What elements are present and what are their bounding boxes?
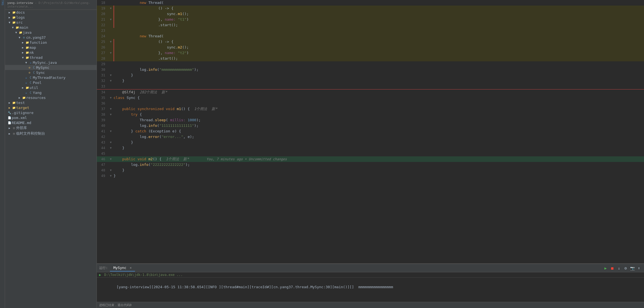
fold-arrow[interactable]: ▼: [110, 17, 112, 22]
run-button[interactable]: ▶: [603, 265, 608, 271]
editor[interactable]: 18 new Thread( 19 ▼ () -> { 20: [97, 0, 644, 263]
bottom-panel: 运行: MySync × ▶ ■ ↓ ⚙ 📷 ⬆ ▶ D:\Toolkit\jd…: [97, 263, 644, 308]
expand-button[interactable]: ⬆: [636, 265, 642, 271]
line-number: 27: [97, 50, 108, 56]
close-tab-button[interactable]: ×: [130, 266, 132, 270]
sidebar-item-mythreadfactory[interactable]: ☕ C MyThreadFactory: [5, 75, 97, 80]
code-line-41: 41 ▼ } catch (Exception e) {: [97, 128, 644, 134]
folder-icon: 📁: [25, 50, 30, 55]
file-icon: 📄: [7, 115, 12, 120]
tms-icon[interactable]: TMS: [1, 1, 4, 5]
sidebar-item-label: target: [16, 106, 97, 110]
settings-button[interactable]: ⚙: [623, 265, 628, 271]
panel-toolbar: ▶ ■ ↓ ⚙ 📷 ⬆: [603, 265, 642, 271]
sidebar-item-util[interactable]: ▶ 📁 util: [5, 85, 97, 90]
sidebar-item-pom[interactable]: 📄 pom.xml: [5, 115, 97, 120]
code-line-19: 19 ▼ () -> {: [97, 6, 644, 11]
sidebar-item-label: logs: [16, 15, 97, 20]
sidebar-item-temp-files[interactable]: ▶ ⊟ 临时文件和控制台: [5, 131, 97, 136]
sidebar-item-label: main: [19, 25, 97, 30]
sidebar-item-mysync-class[interactable]: ⊙ C MySync: [5, 65, 97, 70]
line-number: 46: [97, 156, 108, 162]
fold-arrow[interactable]: ▼: [110, 50, 112, 56]
line-number: 39: [97, 117, 108, 123]
sidebar-item-thread[interactable]: ▼ 📁 thread: [5, 55, 97, 60]
fold-arrow[interactable]: ▼: [110, 140, 112, 145]
line-content: @Slf4j 282个用法 新*: [114, 89, 644, 95]
sidebar-item-logs[interactable]: ▶ 📁 logs: [5, 15, 97, 20]
code-line-46: 46 ▼ public void m2() { 1个用法 新* You, 7 m…: [97, 156, 644, 162]
fold-arrow[interactable]: ▼: [110, 72, 112, 78]
status-bar: 进程已结束，退出代码0: [97, 302, 644, 308]
panel-tab-mysync[interactable]: MySync ×: [110, 265, 135, 271]
collapse-icon: ▶: [17, 95, 22, 100]
sidebar-item-nk[interactable]: ▶ 📁 nk: [5, 50, 97, 55]
sidebar-item-readme[interactable]: 📄 README.md: [5, 120, 97, 125]
line-content: }: [114, 173, 644, 179]
tab-name: MySync: [113, 266, 126, 270]
expand-icon: ▼: [21, 55, 25, 60]
collapse-icon: ▶: [7, 10, 12, 14]
sidebar-item-docs[interactable]: ▶ 📁 docs: [5, 10, 97, 15]
sidebar-item-cn-yang37[interactable]: ▼ ⊞ cn.yang37: [5, 35, 97, 40]
sidebar-item-main[interactable]: ▼ 📁 main: [5, 25, 97, 30]
line-number: 49: [97, 173, 108, 179]
fold-arrow[interactable]: ▼: [110, 128, 112, 134]
line-content: () -> {: [114, 39, 644, 45]
java-file-icon: ☕: [24, 90, 28, 95]
fold-arrow[interactable]: ▼: [110, 95, 112, 101]
sidebar-item-yang[interactable]: ☕ C Yang: [5, 90, 97, 95]
fold-arrow[interactable]: ▼: [110, 112, 112, 117]
fold-arrow[interactable]: ▼: [110, 78, 112, 84]
sidebar-item-function[interactable]: ▶ 📁 function: [5, 40, 97, 45]
line-content: new Thread(: [114, 0, 644, 6]
sidebar-item-label: function: [30, 40, 97, 45]
line-content: class Sync {: [114, 95, 644, 101]
java-file-icon: ☕: [24, 75, 28, 80]
line-number: 38: [97, 112, 108, 117]
line-content: .start();: [114, 22, 644, 28]
sidebar-item-map[interactable]: ▶ 📁 map: [5, 45, 97, 50]
line-number: 40: [97, 123, 108, 128]
sidebar-item-test[interactable]: ▶ 📁 test: [5, 100, 97, 105]
sidebar-item-mysync-java[interactable]: ▼ ☕ MySync.java: [5, 60, 97, 65]
down-arrow-button[interactable]: ↓: [616, 265, 622, 271]
panel-content[interactable]: [yang-interview][2024-05-15 11:38:58.654…: [97, 278, 644, 302]
java-file-icon: ☕: [28, 60, 33, 65]
screenshot-button[interactable]: 📷: [630, 265, 635, 271]
fold-arrow[interactable]: ▼: [110, 6, 112, 11]
fold-arrow[interactable]: ▼: [110, 156, 112, 162]
sidebar-item-resources[interactable]: ▶ 📁 resources: [5, 95, 97, 100]
code-line-29: 29: [97, 61, 644, 67]
file-icon: 📄: [7, 120, 12, 125]
fold-arrow[interactable]: ▼: [110, 106, 112, 112]
sidebar-item-target[interactable]: ▶ 📁 target: [5, 105, 97, 110]
file-icon: 🔧: [7, 110, 12, 115]
fold-arrow[interactable]: ▼: [110, 168, 112, 173]
fold-arrow[interactable]: ▼: [110, 39, 112, 45]
line-content: public synchronized void m1() { 1个用法 新*: [114, 106, 644, 112]
fold-arrow[interactable]: ▼: [110, 145, 112, 151]
sidebar-item-sync-class[interactable]: ⊙ C Sync: [5, 70, 97, 75]
expand-icon: ▼: [11, 25, 15, 30]
line-gutter: ▼: [108, 6, 114, 11]
stop-button[interactable]: ■: [609, 265, 615, 271]
line-number: 18: [97, 0, 108, 6]
panel-tabs: 运行: MySync × ▶ ■ ↓ ⚙ 📷 ⬆: [97, 264, 644, 272]
sidebar-item-external-libs[interactable]: ▶ ⊟ 外部库: [5, 125, 97, 131]
libs-icon: ⊟: [12, 126, 16, 130]
sidebar-item-java[interactable]: ▼ 📁 java: [5, 30, 97, 35]
expand-icon: ▼: [24, 60, 28, 65]
sidebar-item-label: MySync: [36, 66, 97, 70]
fold-arrow[interactable]: ▼: [110, 173, 112, 179]
sidebar-item-src[interactable]: ▼ 📁 src: [5, 20, 97, 25]
code-line-37: 37 ▼ public synchronized void m1() { 1个用…: [97, 106, 644, 112]
code-line-35: 35 ▼ class Sync {: [97, 95, 644, 101]
line-number: 43: [97, 140, 108, 145]
sidebar-item-gitignore[interactable]: 🔧 .gitignore: [5, 110, 97, 115]
line-content: () -> {: [114, 6, 644, 11]
line-content: sync.m2();: [114, 45, 644, 50]
line-number: 37: [97, 106, 108, 112]
sidebar-item-label: src: [16, 20, 97, 25]
sidebar-item-pool[interactable]: ☕ C Pool: [5, 80, 97, 85]
